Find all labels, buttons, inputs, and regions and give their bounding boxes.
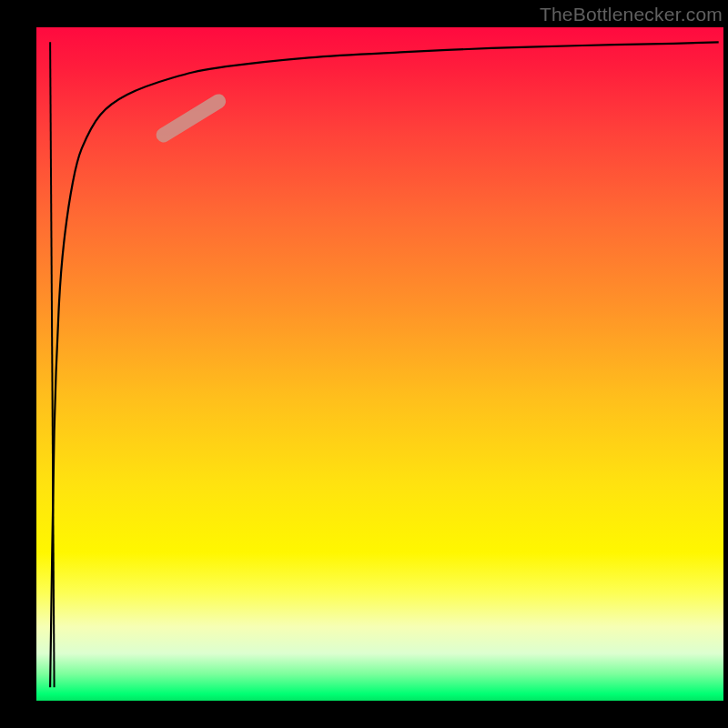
highlight-pill [164, 101, 218, 135]
curve-layer [36, 27, 723, 701]
plot-area [36, 27, 723, 701]
spike-path [50, 42, 55, 687]
watermark-text: TheBottlenecker.com [540, 4, 723, 25]
chart-frame: TheBottlenecker.com [0, 0, 728, 728]
bottleneck-curve [50, 42, 719, 687]
